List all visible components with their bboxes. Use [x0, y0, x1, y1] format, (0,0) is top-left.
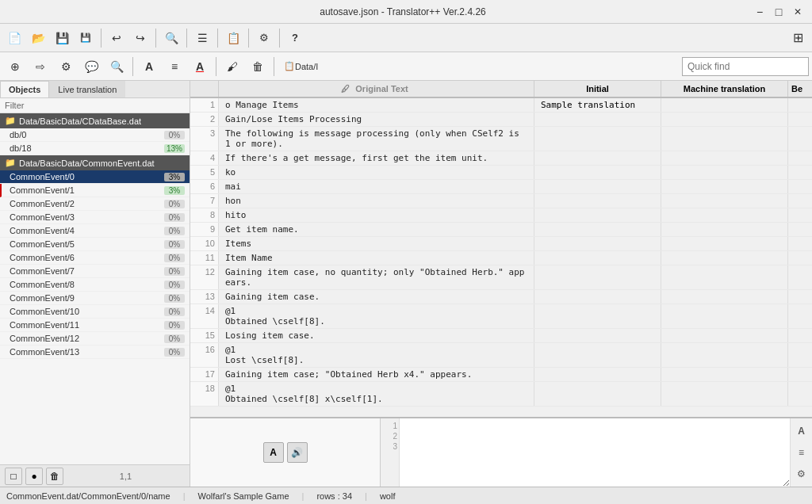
table-row[interactable]: 18@1 Obtained \cself[8] x\cself[1].	[190, 382, 812, 407]
row-original[interactable]: Gaining item case, no quantity; only "Ob…	[219, 265, 534, 289]
align-button[interactable]: ≡	[163, 55, 186, 78]
tree-item-commonevent12[interactable]: CommonEvent/12 0%	[0, 332, 190, 346]
font-button[interactable]: A	[137, 55, 161, 78]
table-row[interactable]: 15Losing item case.	[190, 329, 812, 343]
table-row[interactable]: 17Gaining item case; "Obtained Herb x4."…	[190, 368, 812, 382]
row-original[interactable]: The following is message processing (onl…	[219, 127, 534, 151]
row-machine[interactable]	[661, 127, 788, 151]
table-row[interactable]: 3The following is message processing (on…	[190, 127, 812, 151]
row-machine[interactable]	[661, 265, 788, 289]
data-i-button[interactable]: 📋 Data/I	[278, 55, 324, 78]
row-original[interactable]: Items	[219, 237, 534, 250]
tree-item-commonevent1[interactable]: CommonEvent/1 3%	[0, 184, 190, 197]
row-initial[interactable]	[534, 329, 661, 342]
open-file-button[interactable]: 📂	[27, 27, 49, 49]
row-initial[interactable]	[534, 251, 661, 265]
settings-button[interactable]: ⚙	[54, 55, 78, 78]
table-row[interactable]: 12Gaining item case, no quantity; only "…	[190, 265, 812, 290]
row-initial[interactable]	[534, 237, 661, 250]
row-initial[interactable]	[534, 382, 661, 406]
table-row[interactable]: 1o Manage ItemsSample translation	[190, 98, 812, 113]
grid-button[interactable]: ☰	[191, 27, 213, 49]
tree-item-commonevent7[interactable]: CommonEvent/7 0%	[0, 265, 190, 278]
font-size-button[interactable]: A	[263, 442, 284, 463]
row-machine[interactable]	[661, 151, 788, 165]
file-group-commonevent[interactable]: 📁 Data/BasicData/CommonEvent.dat	[0, 155, 190, 170]
bottom-list-button[interactable]: ≡	[793, 444, 810, 461]
table-row[interactable]: 9Get item name.	[190, 223, 812, 237]
table-row[interactable]: 2Gain/Lose Items Processing	[190, 113, 812, 127]
row-original[interactable]: If there's a get message, first get the …	[219, 151, 534, 165]
panel-check-button[interactable]: □	[5, 468, 22, 485]
table-row[interactable]: 4If there's a get message, first get the…	[190, 151, 812, 166]
row-original[interactable]: Gain/Lose Items Processing	[219, 113, 534, 126]
row-initial[interactable]	[534, 113, 661, 126]
row-machine[interactable]	[661, 329, 788, 342]
row-machine[interactable]	[661, 343, 788, 367]
row-machine[interactable]	[661, 98, 788, 112]
add-row-button[interactable]: ⊕	[3, 55, 27, 78]
search-button[interactable]: 🔍	[105, 55, 128, 78]
panel-circle-button[interactable]: ●	[25, 468, 43, 485]
row-machine[interactable]	[661, 368, 788, 381]
tree-item-commonevent6[interactable]: CommonEvent/6 0%	[0, 251, 190, 265]
table-row[interactable]: 5ko	[190, 166, 812, 180]
panel-delete-button[interactable]: 🗑	[46, 468, 63, 485]
table-row[interactable]: 7hon	[190, 194, 812, 208]
row-machine[interactable]	[661, 208, 788, 222]
comment-button[interactable]: 💬	[79, 55, 103, 78]
file-group-cdatabase[interactable]: 📁 Data/BasicData/CDataBase.dat	[0, 113, 190, 128]
row-initial[interactable]	[534, 343, 661, 367]
row-initial[interactable]	[534, 304, 661, 328]
row-initial[interactable]	[534, 368, 661, 381]
row-initial[interactable]	[534, 180, 661, 193]
save-as-button[interactable]: 💾	[75, 27, 97, 49]
tree-item-commonevent2[interactable]: CommonEvent/2 0%	[0, 197, 190, 211]
tree-item-commonevent5[interactable]: CommonEvent/5 0%	[0, 238, 190, 251]
color-button[interactable]: A	[188, 55, 212, 78]
redo-button[interactable]: ↪	[129, 27, 151, 49]
tree-item-commonevent11[interactable]: CommonEvent/11 0%	[0, 319, 190, 332]
row-original[interactable]: ko	[219, 166, 534, 179]
row-original[interactable]: hito	[219, 208, 534, 222]
row-initial[interactable]	[534, 194, 661, 208]
row-initial[interactable]	[534, 166, 661, 179]
quick-find-input[interactable]	[682, 57, 809, 76]
tree-item-db18[interactable]: db/18 13%	[0, 142, 190, 155]
row-machine[interactable]	[661, 180, 788, 193]
tree-item-commonevent8[interactable]: CommonEvent/8 0%	[0, 278, 190, 292]
close-button[interactable]: ✕	[790, 4, 806, 20]
row-initial[interactable]	[534, 208, 661, 222]
row-machine[interactable]	[661, 304, 788, 328]
paint-button[interactable]: 🖌	[220, 55, 244, 78]
save-button[interactable]: 💾	[51, 27, 73, 49]
tab-live-translation[interactable]: Live translation	[49, 81, 125, 97]
table-row[interactable]: 14@1 Obtained \cself[8].	[190, 304, 812, 329]
row-initial[interactable]: Sample translation	[534, 98, 661, 112]
row-original[interactable]: Get item name.	[219, 223, 534, 236]
tree-item-commonevent3[interactable]: CommonEvent/3 0%	[0, 211, 190, 224]
row-machine[interactable]	[661, 113, 788, 126]
table-row[interactable]: 11Item Name	[190, 251, 812, 265]
minimize-button[interactable]: −	[752, 4, 768, 20]
tree-item-db0[interactable]: db/0 0%	[0, 128, 190, 142]
tree-item-commonevent0[interactable]: CommonEvent/0 3%	[0, 170, 190, 184]
row-initial[interactable]	[534, 223, 661, 236]
row-machine[interactable]	[661, 251, 788, 265]
row-machine[interactable]	[661, 290, 788, 304]
tools-button[interactable]: ⚙	[253, 27, 275, 49]
find-button[interactable]: 🔍	[160, 27, 182, 49]
row-original[interactable]: Losing item case.	[219, 329, 534, 342]
row-original[interactable]: Gaining item case; "Obtained Herb x4." a…	[219, 368, 534, 381]
row-machine[interactable]	[661, 194, 788, 208]
new-file-button[interactable]: 📄	[3, 27, 25, 49]
tree-item-commonevent13[interactable]: CommonEvent/13 0%	[0, 346, 190, 359]
row-original[interactable]: @1 Obtained \cself[8] x\cself[1].	[219, 382, 534, 406]
row-original[interactable]: Item Name	[219, 251, 534, 265]
table-row[interactable]: 13Gaining item case.	[190, 290, 812, 304]
row-machine[interactable]	[661, 166, 788, 179]
row-initial[interactable]	[534, 290, 661, 304]
row-original[interactable]: mai	[219, 180, 534, 193]
bottom-textarea[interactable]	[400, 418, 790, 487]
row-machine[interactable]	[661, 237, 788, 250]
